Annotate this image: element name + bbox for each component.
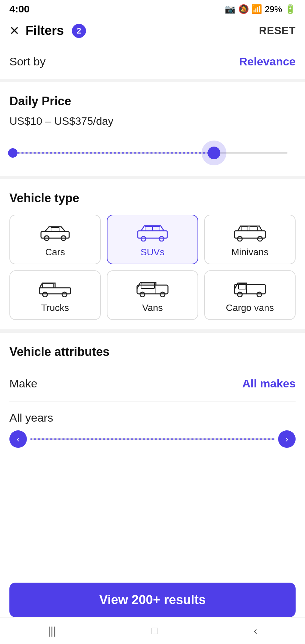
vans-icon [136, 279, 169, 298]
sort-divider [0, 79, 305, 82]
daily-price-section: Daily Price US$10 – US$375/day [0, 82, 305, 176]
year-left-arrow[interactable]: ‹ [9, 430, 27, 448]
vehicle-card-suvs[interactable]: SUVs [107, 215, 198, 264]
daily-price-title: Daily Price [9, 94, 296, 108]
make-row[interactable]: Make All makes [9, 366, 296, 402]
vehicle-type-section: Vehicle type Cars [0, 179, 305, 329]
suvs-label: SUVs [140, 247, 165, 258]
status-icons: 📷 🔕 📶 29% 🔋 [225, 4, 296, 14]
svg-rect-3 [51, 227, 59, 231]
svg-rect-15 [42, 284, 54, 288]
sort-by-label: Sort by [9, 55, 46, 68]
svg-rect-13 [250, 227, 257, 231]
svg-point-27 [257, 292, 262, 297]
close-button[interactable]: ✕ [9, 25, 19, 37]
svg-point-5 [141, 236, 146, 241]
nav-back-icon[interactable]: ‹ [254, 625, 257, 637]
svg-point-17 [62, 292, 67, 297]
bottom-navigation: ||| □ ‹ [0, 617, 305, 644]
make-value[interactable]: All makes [242, 377, 296, 390]
chevron-left-icon: ‹ [16, 434, 19, 444]
slider-track-filled [17, 152, 212, 154]
slider-handle-right[interactable] [208, 147, 220, 159]
filters-title: Filters [26, 23, 64, 38]
slider-handle-left[interactable] [8, 148, 17, 158]
minivans-label: Minivans [231, 247, 268, 258]
battery-level: 29% [265, 4, 282, 14]
svg-point-21 [140, 292, 145, 297]
vehicle-divider [0, 329, 305, 333]
svg-point-6 [159, 236, 164, 241]
vehicle-type-grid: Cars SUVs [9, 215, 296, 320]
cars-icon [38, 223, 72, 242]
svg-point-16 [43, 292, 47, 297]
vehicle-card-vans[interactable]: Vans [107, 270, 198, 320]
cargo-vans-icon [233, 279, 267, 298]
years-row: All years [9, 402, 296, 424]
years-label: All years [9, 411, 53, 424]
svg-point-10 [237, 236, 242, 241]
cars-label: Cars [45, 247, 65, 258]
vehicle-card-cars[interactable]: Cars [9, 215, 101, 264]
trucks-label: Trucks [41, 303, 69, 313]
suvs-icon [136, 223, 169, 242]
chevron-right-icon: › [285, 434, 288, 444]
status-bar: 4:00 📷 🔕 📶 29% 🔋 [0, 0, 305, 17]
vehicle-attributes-section: Vehicle attributes Make All makes All ye… [0, 333, 305, 454]
bluetooth-icon: 📷 [225, 4, 235, 14]
status-time: 4:00 [9, 3, 30, 15]
minivans-icon [233, 223, 267, 242]
reset-button[interactable]: RESET [259, 24, 296, 37]
vehicle-card-trucks[interactable]: Trucks [9, 270, 101, 320]
price-slider[interactable] [13, 140, 292, 166]
price-range-label: US$10 – US$375/day [9, 115, 296, 127]
year-right-arrow[interactable]: › [278, 430, 296, 448]
price-divider [0, 176, 305, 179]
trucks-icon [38, 279, 72, 298]
signal-icons: 🔕 📶 [238, 4, 262, 14]
cargo-vans-label: Cargo vans [226, 303, 274, 313]
filter-count-badge: 2 [72, 24, 86, 38]
vehicle-type-title: Vehicle type [9, 191, 296, 205]
vehicle-card-minivans[interactable]: Minivans [204, 215, 296, 264]
nav-menu-icon[interactable]: ||| [48, 625, 56, 637]
sort-by-value[interactable]: Relevance [239, 55, 296, 68]
view-results-container: View 200+ results [0, 583, 305, 617]
svg-point-22 [160, 292, 165, 297]
year-sliders: ‹ › [9, 424, 296, 454]
svg-rect-12 [241, 227, 248, 231]
svg-rect-20 [141, 283, 155, 288]
battery-icon: 🔋 [285, 4, 296, 14]
sort-by-section[interactable]: Sort by Relevance [0, 44, 305, 79]
svg-rect-0 [41, 231, 69, 238]
filters-header: ✕ Filters 2 RESET [0, 17, 305, 44]
nav-home-icon[interactable]: □ [151, 625, 158, 637]
svg-point-11 [258, 236, 262, 241]
view-results-button[interactable]: View 200+ results [9, 583, 296, 617]
vehicle-card-cargo-vans[interactable]: Cargo vans [204, 270, 296, 320]
vehicle-attributes-title: Vehicle attributes [9, 345, 296, 359]
vans-label: Vans [142, 303, 163, 313]
make-label: Make [9, 377, 37, 390]
svg-point-26 [237, 292, 242, 297]
